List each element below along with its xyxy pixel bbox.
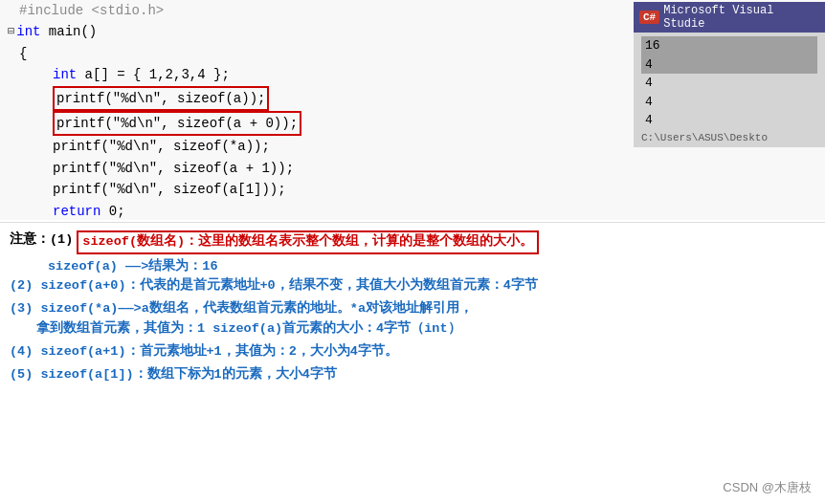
printf-sizeof-aidx: printf("%d\n", sizeof(a[1])); [53, 179, 286, 200]
separator [0, 222, 825, 223]
output-path: C:\Users\ASUS\Deskto [641, 132, 817, 143]
keyword-int: int [16, 21, 49, 42]
annotation-note5-row: (5) sizeof(a[1])：数组下标为1的元素，大小4字节 [10, 365, 815, 385]
output-line-4-3: 4 [641, 93, 817, 112]
output-header-text: Microsoft Visual Studie [663, 4, 819, 31]
main-container: #include <stdio.h> ⊟ int main() { int a[… [0, 0, 825, 504]
output-val-4-4: 4 [645, 113, 653, 127]
output-line-16: 16 [641, 36, 817, 55]
note5-text: (5) sizeof(a[1])：数组下标为1的元素，大小4字节 [10, 365, 337, 385]
code-line-sizeof-a1: printf("%d\n", sizeof(a + 1)); [0, 158, 825, 179]
annotation-note2-row: (2) sizeof(a+0)：代表的是首元素地址+0，结果不变，其值大小为数组… [10, 276, 815, 296]
note1-indent-text: sizeof(a) ——>结果为：16 [48, 257, 815, 274]
include-text: #include <stdio.h> [19, 0, 164, 21]
output-line-4-1: 4 [641, 55, 817, 75]
main-text: main() [49, 21, 97, 42]
annotation-note3-row: (3) sizeof(*a)——>a数组名，代表数组首元素的地址。*a对该地址解… [10, 299, 815, 340]
watermark: CSDN @木唐枝 [723, 479, 812, 496]
code-line-return: return 0; [0, 201, 825, 220]
code-section: #include <stdio.h> ⊟ int main() { int a[… [0, 0, 825, 220]
kw-int: int [53, 64, 85, 85]
note3-line2: 拿到数组首元素，其值为：1 sizeof(a)首元素的大小：4字节（int） [36, 319, 461, 340]
annotation-area: 注意：(1) sizeof(数组名)：这里的数组名表示整个数组，计算的是整个数组… [0, 225, 825, 392]
return-val: 0; [109, 201, 125, 220]
output-body: 16 4 4 4 4 C:\Users\ASUS\Deskto [634, 33, 825, 147]
minus-icon[interactable]: ⊟ [8, 23, 14, 41]
output-line-4-4: 4 [641, 111, 817, 130]
output-val-4-3: 4 [645, 95, 653, 109]
code-line-sizeof-a-idx: printf("%d\n", sizeof(a[1])); [0, 179, 825, 200]
kw-return: return [53, 201, 109, 220]
brace-open: { [19, 43, 27, 64]
output-popup: C# Microsoft Visual Studie 16 4 4 4 [634, 2, 825, 147]
note3-line1: (3) sizeof(*a)——>a数组名，代表数组首元素的地址。*a对该地址解… [10, 299, 473, 319]
annotation-note1-row: 注意：(1) sizeof(数组名)：这里的数组名表示整个数组，计算的是整个数组… [10, 230, 815, 254]
note1-box: sizeof(数组名)：这里的数组名表示整个数组，计算的是整个数组的大小。 [77, 230, 539, 254]
output-val-4-1: 4 [645, 57, 653, 72]
note1-label: 注意：(1) [10, 230, 73, 251]
printf-sizeof-a1: printf("%d\n", sizeof(a + 1)); [53, 158, 294, 179]
printf-sizeof-a: printf("%d\n", sizeof(a)); [53, 86, 269, 111]
output-val-16: 16 [645, 38, 660, 53]
note2-text: (2) sizeof(a+0)：代表的是首元素地址+0，结果不变，其值大小为数组… [10, 276, 538, 296]
annotation-note4-row: (4) sizeof(a+1)：首元素地址+1，其值为：2，大小为4字节。 [10, 342, 815, 362]
output-header: C# Microsoft Visual Studie [634, 2, 825, 33]
output-val-4-2: 4 [645, 76, 653, 90]
printf-sizeof-a0: printf("%d\n", sizeof(a + 0)); [53, 111, 301, 136]
cs-icon: C# [639, 11, 659, 24]
note4-text: (4) sizeof(a+1)：首元素地址+1，其值为：2，大小为4字节。 [10, 342, 398, 362]
annotation-note1-indent: sizeof(a) ——>结果为：16 [10, 257, 815, 274]
printf-sizeof-deref: printf("%d\n", sizeof(*a)); [53, 136, 270, 157]
output-line-4-2: 4 [641, 74, 817, 93]
array-decl: a[] = { 1,2,3,4 }; [85, 64, 230, 85]
